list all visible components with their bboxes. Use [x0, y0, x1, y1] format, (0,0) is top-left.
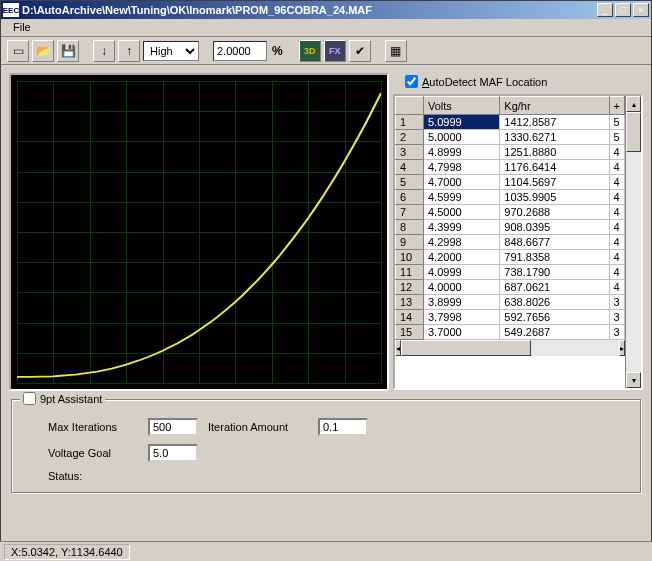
horizontal-scrollbar[interactable]: ◂ ▸ — [395, 340, 625, 356]
cell-volts[interactable]: 3.8999 — [424, 295, 500, 310]
cell-extra[interactable]: 4 — [609, 250, 624, 265]
scroll-up-icon[interactable]: ▴ — [626, 96, 641, 112]
cell-kghr[interactable]: 592.7656 — [500, 310, 609, 325]
menu-file[interactable]: File — [7, 19, 37, 35]
shift-down-button[interactable]: ↓ — [93, 40, 115, 62]
cell-volts[interactable]: 3.7000 — [424, 325, 500, 340]
cell-kghr[interactable]: 1104.5697 — [500, 175, 609, 190]
cell-kghr[interactable]: 1330.6271 — [500, 130, 609, 145]
autodetect-checkbox[interactable] — [405, 75, 418, 88]
cell-extra[interactable]: 5 — [609, 115, 624, 130]
cell-volts[interactable]: 4.2000 — [424, 250, 500, 265]
cell-extra[interactable]: 3 — [609, 295, 624, 310]
row-number[interactable]: 11 — [396, 265, 424, 280]
cell-volts[interactable]: 4.0000 — [424, 280, 500, 295]
check-button[interactable]: ✔ — [349, 40, 371, 62]
row-header-blank[interactable] — [396, 97, 424, 115]
table-row[interactable]: 25.00001330.62715 — [396, 130, 625, 145]
cell-kghr[interactable]: 638.8026 — [500, 295, 609, 310]
col-kghr[interactable]: Kg/hr — [500, 97, 609, 115]
step-value-input[interactable] — [213, 41, 267, 61]
row-number[interactable]: 8 — [396, 220, 424, 235]
cell-kghr[interactable]: 687.0621 — [500, 280, 609, 295]
precision-select[interactable]: High — [143, 41, 199, 61]
close-button[interactable]: × — [633, 3, 649, 17]
cell-volts[interactable]: 4.2998 — [424, 235, 500, 250]
row-number[interactable]: 13 — [396, 295, 424, 310]
cell-volts[interactable]: 4.8999 — [424, 145, 500, 160]
cell-extra[interactable]: 4 — [609, 265, 624, 280]
table-row[interactable]: 124.0000687.06214 — [396, 280, 625, 295]
col-volts[interactable]: Volts — [424, 97, 500, 115]
maximize-button[interactable]: □ — [615, 3, 631, 17]
minimize-button[interactable]: _ — [597, 3, 613, 17]
open-button[interactable]: 📂 — [32, 40, 54, 62]
table-row[interactable]: 15.09991412.85875 — [396, 115, 625, 130]
cell-volts[interactable]: 5.0999 — [424, 115, 500, 130]
table-row[interactable]: 74.5000970.26884 — [396, 205, 625, 220]
max-iterations-input[interactable] — [148, 418, 198, 436]
row-number[interactable]: 2 — [396, 130, 424, 145]
cell-volts[interactable]: 4.0999 — [424, 265, 500, 280]
cell-extra[interactable]: 4 — [609, 160, 624, 175]
cell-volts[interactable]: 4.5000 — [424, 205, 500, 220]
col-extra[interactable]: + — [609, 97, 624, 115]
table-row[interactable]: 143.7998592.76563 — [396, 310, 625, 325]
row-number[interactable]: 6 — [396, 190, 424, 205]
vertical-scrollbar[interactable]: ▴ ▾ — [625, 96, 641, 388]
cell-extra[interactable]: 4 — [609, 280, 624, 295]
scroll-down-icon[interactable]: ▾ — [626, 372, 641, 388]
cell-volts[interactable]: 4.7998 — [424, 160, 500, 175]
row-number[interactable]: 1 — [396, 115, 424, 130]
cell-kghr[interactable]: 1251.8880 — [500, 145, 609, 160]
cell-extra[interactable]: 3 — [609, 325, 624, 340]
row-number[interactable]: 5 — [396, 175, 424, 190]
cell-volts[interactable]: 5.0000 — [424, 130, 500, 145]
voltage-goal-input[interactable] — [148, 444, 198, 462]
v-scroll-thumb[interactable] — [626, 112, 641, 152]
row-number[interactable]: 12 — [396, 280, 424, 295]
table-row[interactable]: 54.70001104.56974 — [396, 175, 625, 190]
table-row[interactable]: 104.2000791.83584 — [396, 250, 625, 265]
cell-kghr[interactable]: 791.8358 — [500, 250, 609, 265]
cell-kghr[interactable]: 1176.6414 — [500, 160, 609, 175]
chart-area[interactable] — [9, 73, 389, 391]
row-number[interactable]: 14 — [396, 310, 424, 325]
row-number[interactable]: 10 — [396, 250, 424, 265]
cell-extra[interactable]: 5 — [609, 130, 624, 145]
table-row[interactable]: 133.8999638.80263 — [396, 295, 625, 310]
h-scroll-thumb[interactable] — [401, 340, 531, 356]
table-row[interactable]: 84.3999908.03954 — [396, 220, 625, 235]
cell-volts[interactable]: 3.7998 — [424, 310, 500, 325]
cell-kghr[interactable]: 970.2688 — [500, 205, 609, 220]
table-row[interactable]: 64.59991035.99054 — [396, 190, 625, 205]
row-number[interactable]: 4 — [396, 160, 424, 175]
table-row[interactable]: 34.89991251.88804 — [396, 145, 625, 160]
shift-up-button[interactable]: ↑ — [118, 40, 140, 62]
save-button[interactable]: 💾 — [57, 40, 79, 62]
cell-extra[interactable]: 4 — [609, 175, 624, 190]
row-number[interactable]: 9 — [396, 235, 424, 250]
cell-extra[interactable]: 4 — [609, 205, 624, 220]
cell-kghr[interactable]: 1412.8587 — [500, 115, 609, 130]
row-number[interactable]: 15 — [396, 325, 424, 340]
fx-button[interactable]: FX — [324, 40, 346, 62]
cell-kghr[interactable]: 848.6677 — [500, 235, 609, 250]
calc-button[interactable]: ▦ — [385, 40, 407, 62]
3d-button[interactable]: 3D — [299, 40, 321, 62]
cell-extra[interactable]: 4 — [609, 145, 624, 160]
cell-extra[interactable]: 4 — [609, 220, 624, 235]
new-button[interactable]: ▭ — [7, 40, 29, 62]
cell-extra[interactable]: 4 — [609, 190, 624, 205]
cell-kghr[interactable]: 738.1790 — [500, 265, 609, 280]
table-row[interactable]: 94.2998848.66774 — [396, 235, 625, 250]
cell-kghr[interactable]: 1035.9905 — [500, 190, 609, 205]
row-number[interactable]: 3 — [396, 145, 424, 160]
cell-kghr[interactable]: 908.0395 — [500, 220, 609, 235]
table-row[interactable]: 44.79981176.64144 — [396, 160, 625, 175]
cell-extra[interactable]: 4 — [609, 235, 624, 250]
cell-volts[interactable]: 4.5999 — [424, 190, 500, 205]
cell-volts[interactable]: 4.3999 — [424, 220, 500, 235]
cell-kghr[interactable]: 549.2687 — [500, 325, 609, 340]
cell-extra[interactable]: 3 — [609, 310, 624, 325]
